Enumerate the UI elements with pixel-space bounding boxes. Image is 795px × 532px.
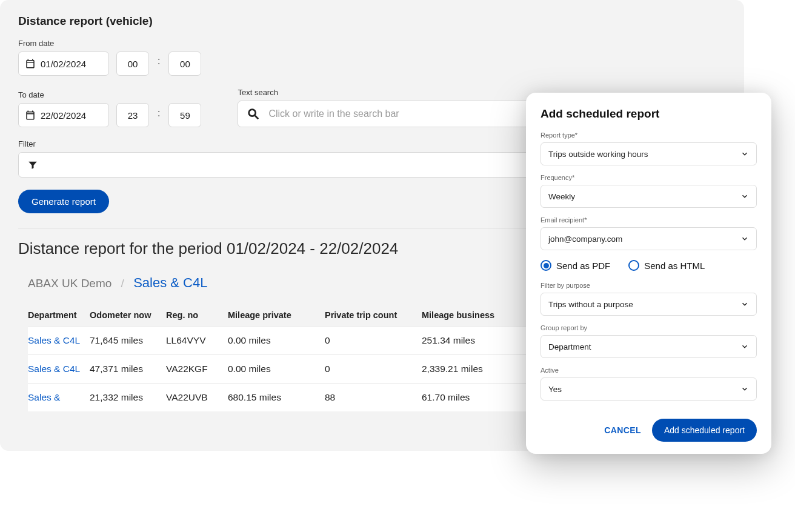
svg-line-1 [255,116,259,119]
breadcrumb-leaf[interactable]: Sales & C4L [133,275,207,290]
time-colon: : [156,56,161,70]
to-hour-input[interactable]: 23 [116,103,149,127]
cell-mileage-business: 251.34 miles [422,335,525,346]
svg-point-0 [249,110,256,116]
chevron-down-icon [740,342,749,351]
report-type-select[interactable]: Trips outside working hours [541,142,757,165]
cell-odometer: 21,332 miles [90,392,166,403]
radio-selected-icon [541,260,551,271]
chevron-down-icon [740,234,749,243]
send-as-pdf-radio[interactable]: Send as PDF [541,260,610,271]
from-date-input[interactable]: 01/02/2024 [18,52,109,76]
from-date-label: From date [18,39,109,48]
col-department: Department [28,310,90,320]
frequency-label: Frequency* [541,174,757,181]
cell-regno: VA22UVB [166,392,228,403]
time-colon: : [156,108,161,122]
col-private-trip-count: Private trip count [325,310,422,320]
cell-odometer: 47,371 miles [90,364,166,374]
chevron-down-icon [740,192,749,201]
send-as-html-radio[interactable]: Send as HTML [628,260,705,271]
to-minute-input[interactable]: 59 [168,103,201,127]
from-minute-input[interactable]: 00 [168,52,201,76]
chevron-down-icon [740,300,749,308]
cell-odometer: 71,645 miles [90,335,166,346]
col-odometer: Odometer now [90,310,166,320]
to-date-label: To date [18,90,201,99]
active-select[interactable]: Yes [541,377,757,401]
chevron-down-icon [740,385,749,393]
cell-mileage-business: 2,339.21 miles [422,364,525,374]
email-recipient-select[interactable]: john@company.com [541,227,757,250]
cell-mileage-business: 61.70 miles [422,392,525,403]
cell-mileage-private: 0.00 miles [228,335,325,346]
from-hour-input[interactable]: 00 [116,52,149,76]
generate-report-button[interactable]: Generate report [18,190,109,213]
email-recipient-label: Email recipient* [541,216,757,224]
breadcrumb-separator: / [115,277,130,290]
radio-unselected-icon [628,260,639,271]
add-scheduled-report-dialog: Add scheduled report Report type* Trips … [526,93,771,454]
col-mileage-business: Mileage business [422,310,525,320]
page-title: Distance report (vehicle) [18,15,726,28]
to-date-value: 22/02/2024 [41,110,86,121]
cell-regno: VA22KGF [166,364,228,374]
cell-mileage-private: 0.00 miles [228,364,325,374]
cell-department[interactable]: Sales & C4L [28,364,90,374]
cell-department[interactable]: Sales & [28,392,90,403]
cell-private-trip-count: 0 [325,335,422,346]
add-scheduled-report-button[interactable]: Add scheduled report [652,419,757,442]
report-type-label: Report type* [541,131,757,139]
chevron-down-icon [740,150,749,158]
filter-by-purpose-select[interactable]: Trips without a purpose [541,293,757,316]
calendar-icon [25,58,36,69]
search-icon [247,107,260,121]
col-mileage-private: Mileage private [228,310,325,320]
cell-mileage-private: 680.15 miles [228,392,325,403]
dialog-title: Add scheduled report [541,107,757,121]
frequency-select[interactable]: Weekly [541,185,757,208]
cancel-button[interactable]: CANCEL [604,425,641,435]
cell-private-trip-count: 0 [325,364,422,374]
group-report-by-select[interactable]: Department [541,335,757,358]
search-placeholder: Click or write in the search bar [268,108,399,119]
breadcrumb-root[interactable]: ABAX UK Demo [28,277,111,290]
cell-private-trip-count: 88 [325,392,422,403]
active-label: Active [541,367,757,374]
filter-icon [27,159,38,170]
to-date-input[interactable]: 22/02/2024 [18,103,109,127]
group-report-by-label: Group report by [541,324,757,331]
cell-regno: LL64VYV [166,335,228,346]
from-date-value: 01/02/2024 [41,59,86,69]
cell-department[interactable]: Sales & C4L [28,335,90,346]
col-regno: Reg. no [166,310,228,320]
calendar-icon [25,110,36,121]
filter-by-purpose-label: Filter by purpose [541,282,757,289]
